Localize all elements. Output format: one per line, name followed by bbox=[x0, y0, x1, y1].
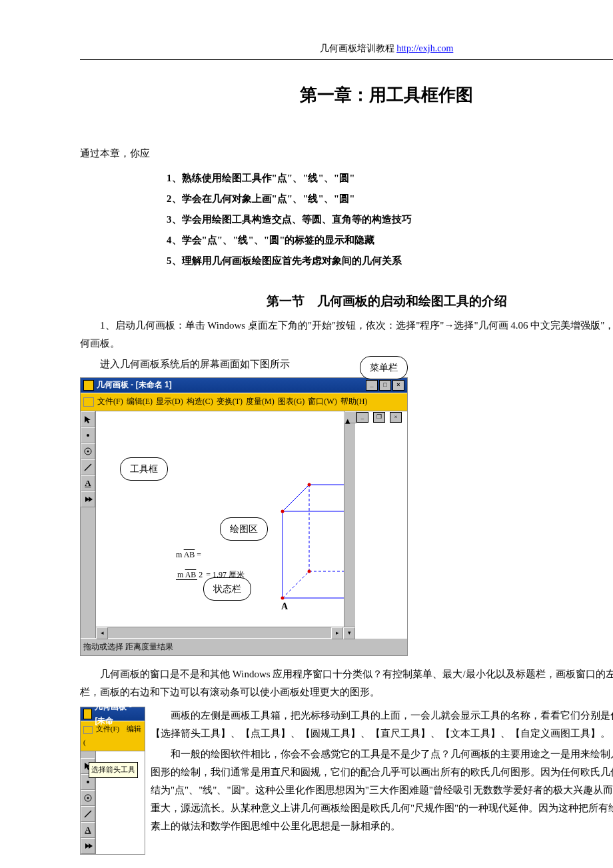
para-1: 1、启动几何画板：单击 Windows 桌面左下角的"开始"按钮，依次：选择"程… bbox=[80, 317, 613, 353]
custom-tool[interactable] bbox=[81, 491, 95, 507]
point-label-a: A bbox=[281, 601, 289, 611]
menu-construct[interactable]: 构造(C) bbox=[187, 397, 213, 406]
status-bar: 拖动或选择 距离度量结果 bbox=[81, 638, 407, 656]
objective-item: 2、学会在几何对象上画"点"、"线"、"圆" bbox=[167, 190, 613, 208]
app-icon bbox=[83, 380, 94, 391]
maximize-button[interactable]: □ bbox=[379, 380, 391, 391]
scroll-left-button[interactable]: ◂ bbox=[96, 627, 108, 639]
straightedge-tool[interactable] bbox=[81, 806, 95, 822]
para-3: 几何画板的窗口是不是和其他 Windows 应用程序窗口十分类似？有控制菜单、最… bbox=[80, 665, 613, 701]
header-link[interactable]: http://exjh.com bbox=[396, 43, 453, 53]
svg-point-2 bbox=[87, 450, 89, 452]
cube-figure[interactable]: A B bbox=[276, 478, 344, 611]
scroll-right-button[interactable]: ▸ bbox=[331, 627, 343, 639]
objective-item: 5、理解用几何画板绘图应首先考虑对象间的几何关系 bbox=[167, 252, 613, 270]
doc-minimize-button[interactable]: _ bbox=[356, 412, 368, 423]
intro-text: 通过本章，你应 bbox=[80, 145, 613, 163]
callout-toolbox: 工具框 bbox=[120, 457, 168, 481]
tool-tooltip: 选择箭头工具 bbox=[89, 762, 138, 778]
close-button[interactable]: × bbox=[392, 380, 404, 391]
callout-menubar: 菜单栏 bbox=[360, 356, 408, 379]
menu-display[interactable]: 显示(D) bbox=[156, 397, 183, 406]
menu-window[interactable]: 窗口(W) bbox=[308, 397, 336, 406]
menu-help[interactable]: 帮助(H) bbox=[340, 397, 368, 406]
header-text: 几何画板培训教程 bbox=[320, 43, 394, 53]
page-header: 几何画板培训教程 http://exjh.com bbox=[80, 40, 613, 60]
menu-transform[interactable]: 变换(T) bbox=[217, 397, 243, 406]
svg-point-18 bbox=[281, 596, 285, 599]
doc-restore-button[interactable]: ❐ bbox=[373, 412, 385, 423]
horizontal-scrollbar[interactable]: ◂ ▸ ▾ bbox=[96, 627, 355, 638]
svg-point-20 bbox=[308, 483, 311, 486]
custom-tool[interactable] bbox=[81, 838, 95, 854]
compass-tool[interactable] bbox=[81, 790, 95, 806]
point-tool[interactable] bbox=[81, 427, 95, 443]
svg-point-26 bbox=[87, 797, 89, 799]
small-menubar[interactable]: 文件(F) 编辑( bbox=[81, 721, 145, 751]
scroll-down-button[interactable]: ▾ bbox=[343, 627, 355, 639]
svg-point-22 bbox=[308, 569, 311, 573]
menu-edit[interactable]: 编辑(E) bbox=[127, 397, 153, 406]
menubar[interactable]: 文件(F) 编辑(E) 显示(D) 构造(C) 变换(T) 度量(M) 图表(G… bbox=[81, 393, 407, 411]
svg-point-0 bbox=[87, 434, 89, 437]
measurement-1[interactable]: m AB = bbox=[176, 548, 201, 563]
chapter-title: 第一章：用工具框作图 bbox=[80, 80, 613, 111]
compass-tool[interactable] bbox=[81, 443, 95, 459]
text-tool[interactable]: A bbox=[81, 475, 95, 491]
content-area: A m AB = m AB2 = 1.97 厘米 bbox=[81, 411, 355, 638]
app-icon bbox=[83, 709, 92, 719]
menu-measure[interactable]: 度量(M) bbox=[246, 397, 275, 406]
menu-graph[interactable]: 图表(G) bbox=[278, 397, 305, 406]
minimize-button[interactable]: _ bbox=[366, 380, 378, 391]
objective-item: 4、学会"点"、"线"、"圆"的标签的显示和隐藏 bbox=[167, 231, 613, 249]
svg-point-16 bbox=[281, 509, 285, 513]
doc-icon[interactable] bbox=[83, 726, 93, 734]
window-title: 几何画板 - [未命名 1] bbox=[97, 378, 172, 393]
objective-item: 3、学会用绘图工具构造交点、等圆、直角等的构造技巧 bbox=[167, 211, 613, 229]
toolbox: A bbox=[81, 411, 96, 638]
scroll-up-button[interactable]: ▴ bbox=[344, 411, 356, 423]
menu-file[interactable]: 文件(F) bbox=[97, 397, 123, 406]
callout-status: 状态栏 bbox=[203, 577, 251, 601]
titlebar[interactable]: 几何画板 - [未命名 1] _ □ × bbox=[81, 378, 407, 393]
vertical-scrollbar[interactable]: ▴ bbox=[344, 411, 355, 627]
section-title: 第一节 几何画板的启动和绘图工具的介绍 bbox=[80, 290, 613, 313]
small-app-window: 几何画板 - [未命 文件(F) 编辑( A 选择箭头工具 bbox=[80, 707, 145, 855]
select-arrow-tool[interactable] bbox=[81, 411, 95, 427]
callout-canvas: 绘图区 bbox=[220, 517, 268, 541]
text-tool[interactable]: A bbox=[81, 822, 95, 838]
svg-line-27 bbox=[85, 811, 91, 817]
doc-close-button[interactable]: × bbox=[390, 412, 402, 423]
para-4: 画板的左侧是画板工具箱，把光标移动到工具的上面，一会儿就会显示工具的名称，看看它… bbox=[80, 707, 613, 743]
objectives-list: 1、熟练使用绘图工具作"点"、"线"、"圆" 2、学会在几何对象上画"点"、"线… bbox=[167, 169, 613, 270]
para-5: 和一般的绘图软件相比，你会不会感觉它的工具是不是少了点？几何画板的主要用途之一是… bbox=[80, 745, 613, 835]
para-2: 进入几何画板系统后的屏幕画面如下图所示 bbox=[80, 355, 613, 373]
svg-line-14 bbox=[283, 571, 309, 598]
objective-item: 1、熟练使用绘图工具作"点"、"线"、"圆" bbox=[167, 169, 613, 187]
svg-line-3 bbox=[85, 464, 91, 471]
svg-line-12 bbox=[283, 485, 309, 511]
doc-icon[interactable] bbox=[83, 397, 94, 407]
svg-point-24 bbox=[87, 781, 89, 783]
straightedge-tool[interactable] bbox=[81, 459, 95, 475]
